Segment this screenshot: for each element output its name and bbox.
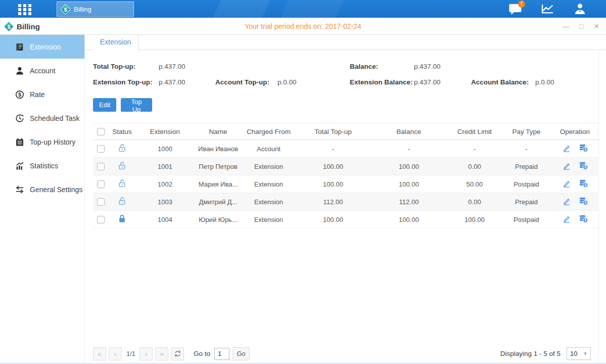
close-button[interactable]: ✕: [593, 22, 600, 30]
refresh-icon: [174, 350, 181, 357]
lock-open-icon[interactable]: [118, 179, 126, 188]
window-title: Billing: [17, 22, 40, 31]
row-checkbox[interactable]: [97, 216, 105, 223]
table-row: 1003 Дмитрий Д... Extension 112.00 112.0…: [93, 193, 599, 211]
resource-monitor-icon[interactable]: [541, 3, 554, 15]
book-icon: [15, 42, 24, 52]
notifications-icon[interactable]: !: [508, 3, 522, 15]
goto-page-input[interactable]: [214, 348, 229, 360]
total-topup-value: p.437.00: [159, 63, 185, 70]
extension-topup-value: p.437.00: [159, 78, 185, 86]
first-page-button[interactable]: «: [93, 347, 106, 360]
user-account-icon[interactable]: [573, 3, 587, 15]
clock-history-icon: [15, 114, 24, 123]
edit-button[interactable]: Edit: [93, 98, 116, 112]
tab-extension[interactable]: Extension: [93, 35, 138, 50]
app-launcher-icon[interactable]: [18, 4, 35, 14]
total-topup-label: Total Top-up:: [93, 63, 135, 70]
edit-icon[interactable]: [562, 144, 571, 153]
table-header-row: Status Extension Name Charged From Total…: [93, 123, 599, 140]
edit-icon[interactable]: [562, 214, 571, 223]
extension-topup-label: Extension Top-up:: [93, 78, 153, 86]
sidebar-item-extension[interactable]: Extension: [0, 35, 84, 59]
edit-icon[interactable]: [562, 161, 571, 170]
balance-value: p.437.00: [414, 63, 441, 70]
go-button[interactable]: Go: [232, 347, 250, 360]
billing-app-icon: $: [60, 4, 71, 14]
goto-label: Go to: [194, 350, 210, 357]
lock-closed-icon[interactable]: [118, 214, 126, 223]
topup-icon[interactable]: [579, 214, 588, 223]
row-checkbox[interactable]: [97, 180, 105, 188]
notification-badge: !: [518, 1, 525, 8]
prev-page-button[interactable]: ‹: [109, 347, 122, 360]
cell-name: Мария Ива...: [194, 175, 242, 193]
pagination-bar: « ‹ 1/1 › » Go to Go Displaying 1 - 5 of…: [93, 347, 591, 360]
page-indicator: 1/1: [126, 350, 135, 357]
lock-open-icon[interactable]: [118, 144, 126, 152]
cell-credit-limit: 50.00: [447, 175, 502, 193]
account-topup-label: Account Top-up:: [215, 78, 269, 86]
maximize-button[interactable]: □: [578, 22, 585, 30]
sidebar-item-statistics[interactable]: Statistics: [0, 154, 84, 177]
row-checkbox[interactable]: [97, 198, 105, 206]
sidebar-item-account[interactable]: Account: [0, 59, 84, 82]
sidebar-item-label: General Settings: [30, 186, 82, 194]
topup-icon[interactable]: [579, 196, 588, 206]
dollar-circle-icon: [15, 90, 24, 99]
cell-credit-limit: -: [447, 140, 502, 158]
chevron-down-icon: ▼: [583, 351, 587, 356]
row-checkbox[interactable]: [97, 145, 105, 153]
billing-app-tab[interactable]: $ Billing: [57, 2, 134, 17]
sidebar-item-general-settings[interactable]: General Settings: [0, 177, 84, 201]
sidebar-item-label: Rate: [30, 90, 45, 99]
refresh-button[interactable]: [171, 347, 184, 360]
lock-open-icon[interactable]: [118, 161, 126, 170]
topup-icon[interactable]: [579, 161, 588, 170]
extension-table: Status Extension Name Charged From Total…: [93, 123, 599, 229]
sidebar-item-scheduled-task[interactable]: Scheduled Task: [0, 106, 84, 130]
cell-total-topup: 100.00: [295, 211, 371, 229]
lock-open-icon[interactable]: [118, 197, 126, 205]
cell-extension: 1000: [136, 140, 194, 158]
col-extension: Extension: [136, 123, 194, 140]
page-size-value: 10: [570, 350, 577, 357]
cell-pay-type: Prepaid: [502, 158, 550, 175]
cell-extension: 1004: [136, 211, 194, 229]
sidebar-item-rate[interactable]: Rate: [0, 82, 84, 106]
minimize-button[interactable]: —: [563, 22, 570, 30]
col-name: Name: [194, 123, 242, 140]
cell-name: Петр Петров: [194, 158, 242, 175]
topup-icon[interactable]: [579, 143, 588, 153]
displaying-info: Displaying 1 - 5 of 5: [500, 350, 561, 357]
cell-total-topup: 100.00: [295, 158, 371, 175]
cell-credit-limit: 0.00: [447, 158, 502, 175]
top-up-button[interactable]: Top Up: [121, 98, 152, 112]
cell-total-topup: 100.00: [295, 175, 371, 193]
col-pay-type: Pay Type: [502, 123, 550, 140]
table-row: 1002 Мария Ива... Extension 100.00 100.0…: [93, 175, 599, 193]
last-page-button[interactable]: »: [155, 347, 168, 360]
col-balance: Balance: [371, 123, 447, 140]
sidebar-item-topup-history[interactable]: Top-up History: [0, 130, 84, 154]
select-all-checkbox[interactable]: [97, 128, 105, 135]
cell-balance: 112.00: [371, 193, 447, 211]
cell-charged-from: Extension: [242, 193, 295, 211]
page-size-select[interactable]: 10 ▼: [567, 347, 591, 360]
col-status: Status: [108, 123, 136, 140]
sidebar-item-label: Statistics: [30, 162, 58, 170]
topup-icon[interactable]: [579, 178, 588, 188]
cell-pay-type: Postpaid: [502, 175, 550, 193]
table-row: 1000 Иван Иванов Account - - - -: [93, 140, 599, 158]
row-checkbox[interactable]: [97, 163, 105, 170]
cell-name: Иван Иванов: [194, 140, 242, 158]
edit-icon[interactable]: [562, 197, 571, 206]
cell-total-topup: 112.00: [295, 193, 371, 211]
edit-icon[interactable]: [562, 179, 571, 188]
cell-balance: 100.00: [371, 158, 447, 175]
sidebar-item-label: Scheduled Task: [30, 114, 80, 122]
cell-name: Дмитрий Д...: [194, 193, 242, 211]
cell-pay-type: -: [502, 140, 550, 158]
cell-extension: 1001: [136, 158, 194, 175]
next-page-button[interactable]: ›: [139, 347, 153, 360]
